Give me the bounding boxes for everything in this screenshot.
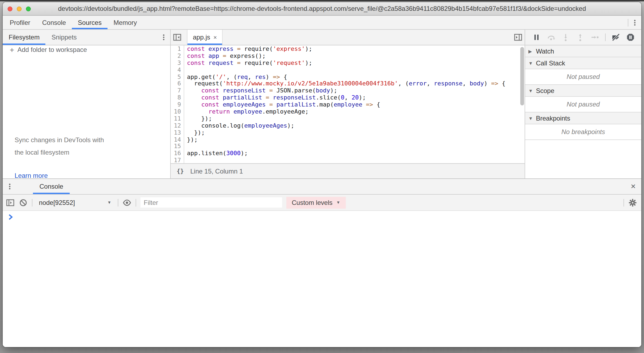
zoom-window-button[interactable] bbox=[26, 6, 31, 11]
console-filter-input[interactable] bbox=[140, 197, 282, 208]
section-header-watch[interactable]: ▶ Watch bbox=[525, 45, 641, 57]
code-line[interactable]: 13 }); bbox=[171, 129, 525, 136]
code-line[interactable]: 12 console.log(employeeAges); bbox=[171, 123, 525, 130]
chevron-down-icon: ▼ bbox=[336, 200, 340, 205]
section-header-breakpoints[interactable]: ▼ Breakpoints bbox=[525, 112, 641, 124]
code-line[interactable]: 11 }); bbox=[171, 116, 525, 123]
drawer-kebab-menu-icon[interactable] bbox=[3, 179, 17, 194]
line-number[interactable]: 7 bbox=[171, 88, 184, 95]
pause-script-icon[interactable] bbox=[532, 33, 541, 42]
code-line[interactable]: 5app.get('/', (req, res) => { bbox=[171, 74, 525, 81]
line-number[interactable]: 4 bbox=[171, 67, 184, 74]
navigator-kebab-menu-icon[interactable] bbox=[157, 30, 170, 45]
section-label: Watch bbox=[536, 47, 554, 55]
section-label: Breakpoints bbox=[536, 114, 570, 122]
navigator-tabbar: Filesystem Snippets bbox=[3, 30, 170, 45]
code-line[interactable]: 10 return employee.employeeAge; bbox=[171, 109, 525, 116]
console-messages-area[interactable] bbox=[3, 223, 641, 347]
tab-console-drawer[interactable]: Console bbox=[33, 179, 70, 194]
line-number[interactable]: 15 bbox=[171, 144, 184, 151]
tab-snippets[interactable]: Snippets bbox=[46, 30, 83, 45]
console-prompt[interactable] bbox=[3, 211, 641, 223]
kebab-menu-icon[interactable] bbox=[628, 16, 641, 29]
code-line[interactable]: 9 const employeeAges = partialList.map(e… bbox=[171, 102, 525, 109]
console-settings-gear-icon[interactable] bbox=[628, 198, 637, 207]
line-number[interactable]: 12 bbox=[171, 123, 184, 130]
line-number[interactable]: 5 bbox=[171, 74, 184, 81]
step-into-icon[interactable] bbox=[561, 33, 570, 42]
console-toolbar-separator bbox=[136, 199, 136, 206]
show-console-sidebar-icon[interactable] bbox=[6, 198, 15, 207]
navigator-pane: Filesystem Snippets + Add folder to work… bbox=[3, 30, 171, 178]
editor-tab-appjs[interactable]: app.js × bbox=[187, 30, 223, 45]
line-number[interactable]: 2 bbox=[171, 53, 184, 60]
line-number[interactable]: 14 bbox=[171, 136, 184, 144]
close-tab-icon[interactable]: × bbox=[213, 34, 217, 41]
code-line[interactable]: 8 const partialList = responseList.slice… bbox=[171, 95, 525, 102]
code-text bbox=[184, 144, 187, 151]
code-line[interactable]: 15 bbox=[171, 144, 525, 151]
debugger-sidebar: ▶ Watch ▼ Call Stack Not paused ▼ Scope … bbox=[525, 30, 641, 178]
add-folder-button[interactable]: + Add folder to workspace bbox=[3, 45, 170, 54]
code-line[interactable]: 17 bbox=[171, 158, 525, 164]
step-icon[interactable] bbox=[591, 33, 599, 42]
minimize-window-button[interactable] bbox=[17, 6, 22, 11]
editor-scrollbar-thumb[interactable] bbox=[520, 47, 524, 105]
line-number[interactable]: 16 bbox=[171, 151, 184, 158]
section-header-scope[interactable]: ▼ Scope bbox=[525, 85, 641, 97]
tab-filesystem[interactable]: Filesystem bbox=[3, 30, 46, 45]
line-number[interactable]: 9 bbox=[171, 102, 184, 109]
debugger-toolbar bbox=[525, 30, 641, 45]
line-number[interactable]: 6 bbox=[171, 81, 184, 88]
code-line[interactable]: 4 bbox=[171, 67, 525, 74]
section-label: Call Stack bbox=[536, 59, 565, 67]
line-number[interactable]: 3 bbox=[171, 60, 184, 67]
show-debugger-icon[interactable] bbox=[512, 30, 525, 45]
line-number[interactable]: 8 bbox=[171, 95, 184, 102]
line-number[interactable]: 13 bbox=[171, 129, 184, 136]
line-number[interactable]: 17 bbox=[171, 158, 184, 164]
plus-icon: + bbox=[10, 45, 14, 54]
tab-sources[interactable]: Sources bbox=[72, 16, 108, 29]
clear-console-icon[interactable] bbox=[19, 198, 28, 207]
deactivate-breakpoints-icon[interactable] bbox=[612, 33, 620, 42]
close-drawer-icon[interactable]: ✕ bbox=[625, 179, 641, 194]
pause-on-exceptions-icon[interactable] bbox=[626, 33, 635, 42]
sync-info-text: Sync changes in DevTools with the local … bbox=[15, 134, 108, 159]
custom-levels-dropdown[interactable]: Custom levels ▼ bbox=[286, 197, 346, 208]
line-number[interactable]: 1 bbox=[171, 46, 184, 53]
execution-context-selector[interactable]: node[92552] ▼ bbox=[37, 199, 113, 206]
line-number[interactable]: 10 bbox=[171, 109, 184, 116]
code-line[interactable]: 2const app = express(); bbox=[171, 53, 525, 60]
step-out-icon[interactable] bbox=[576, 33, 585, 42]
pretty-print-icon[interactable]: {} bbox=[177, 168, 184, 175]
code-text: }); bbox=[184, 116, 212, 123]
call-stack-status: Not paused bbox=[525, 69, 641, 85]
hide-navigator-icon[interactable] bbox=[171, 30, 184, 45]
section-label: Scope bbox=[536, 87, 554, 94]
step-over-icon[interactable] bbox=[547, 33, 555, 42]
tab-profiler[interactable]: Profiler bbox=[4, 16, 36, 29]
code-line[interactable]: 6 request('http://www.mocky.io/v2/5e1a9a… bbox=[171, 81, 525, 88]
eye-icon[interactable] bbox=[123, 198, 131, 207]
triangle-right-icon: ▶ bbox=[528, 48, 533, 54]
code-area[interactable]: 1const express = require('express');2con… bbox=[171, 45, 525, 163]
toolbar-spacer bbox=[143, 16, 628, 29]
code-text: }); bbox=[184, 136, 198, 144]
code-line[interactable]: 1const express = require('express'); bbox=[171, 46, 525, 53]
window-titlebar[interactable]: devtools://devtools/bundled/js_app.html?… bbox=[3, 2, 641, 16]
editor-tabbar: app.js × bbox=[171, 30, 525, 45]
line-number[interactable]: 11 bbox=[171, 116, 184, 123]
tab-console[interactable]: Console bbox=[36, 16, 72, 29]
code-text: request('http://www.mocky.io/v2/5e1a9abe… bbox=[184, 81, 505, 88]
console-tabbar: Console ✕ bbox=[3, 179, 641, 195]
code-text: return employee.employeeAge; bbox=[184, 109, 308, 116]
tab-memory[interactable]: Memory bbox=[108, 16, 143, 29]
code-line[interactable]: 16app.listen(3000); bbox=[171, 151, 525, 158]
code-text: console.log(employeeAges); bbox=[184, 123, 294, 130]
code-line[interactable]: 7 const responseList = JSON.parse(body); bbox=[171, 88, 525, 95]
code-line[interactable]: 3const request = require('request'); bbox=[171, 60, 525, 67]
close-window-button[interactable] bbox=[8, 6, 12, 11]
section-header-call-stack[interactable]: ▼ Call Stack bbox=[525, 57, 641, 69]
code-line[interactable]: 14}); bbox=[171, 136, 525, 144]
